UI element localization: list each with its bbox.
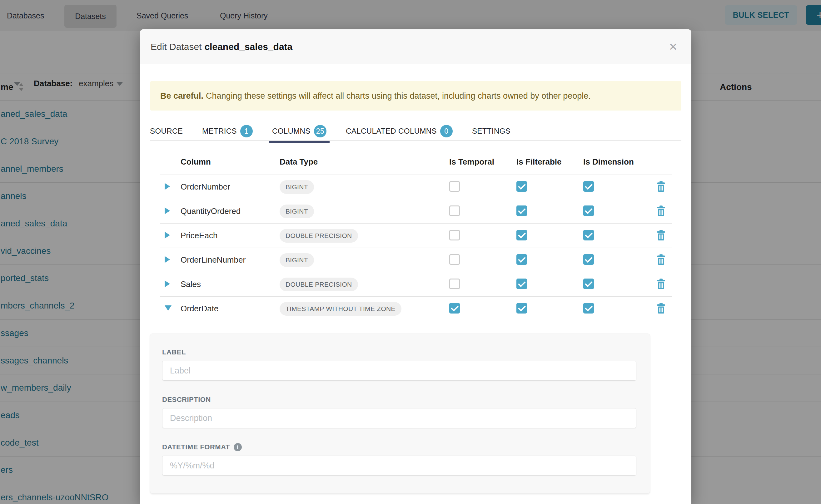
label-field-label: LABEL: [162, 348, 638, 356]
column-name: QuantityOrdered: [180, 206, 240, 216]
delete-column-icon[interactable]: [656, 303, 666, 315]
calculated-columns-count-badge: 0: [440, 125, 453, 137]
label-input[interactable]: [162, 361, 636, 381]
edit-dataset-modal: Edit Datasetcleaned_sales_data ✕ Be care…: [140, 29, 691, 504]
is-filterable-checkbox[interactable]: [517, 230, 527, 240]
is-dimension-checkbox[interactable]: [583, 303, 594, 314]
delete-column-icon[interactable]: [656, 181, 666, 193]
columns-count-badge: 25: [314, 125, 326, 137]
expand-caret-icon[interactable]: [165, 207, 170, 214]
column-row: OrderLineNumber BIGINT: [160, 248, 672, 272]
description-input[interactable]: [162, 408, 636, 428]
is-dimension-checkbox[interactable]: [583, 254, 594, 265]
datetime-format-input[interactable]: [162, 456, 636, 476]
expand-caret-icon[interactable]: [165, 305, 171, 311]
columns-table-header: Column Data Type Is Temporal Is Filterab…: [160, 141, 672, 175]
expand-caret-icon[interactable]: [165, 183, 170, 190]
header-is-dimension: Is Dimension: [583, 157, 652, 167]
delete-column-icon[interactable]: [656, 205, 666, 217]
header-column: Column: [180, 157, 279, 167]
expand-caret-icon[interactable]: [165, 280, 170, 287]
is-filterable-checkbox[interactable]: [517, 279, 527, 289]
modal-tabs: SOURCE METRICS1 COLUMNS25 CALCULATED COL…: [150, 125, 681, 141]
data-type-pill: BIGINT: [279, 253, 314, 267]
data-type-pill: DOUBLE PRECISION: [279, 229, 358, 243]
column-name: PriceEach: [180, 231, 218, 240]
is-filterable-checkbox[interactable]: [517, 205, 527, 216]
header-is-temporal: Is Temporal: [449, 157, 517, 167]
columns-table-body: OrderNumber BIGINT: [160, 175, 672, 321]
modal-title: Edit Datasetcleaned_sales_data: [151, 29, 292, 64]
column-name: OrderLineNumber: [180, 255, 245, 264]
column-row: QuantityOrdered BIGINT: [160, 199, 672, 224]
metrics-count-badge: 1: [240, 125, 253, 137]
data-type-pill: BIGINT: [279, 180, 314, 194]
data-type-pill: BIGINT: [279, 205, 314, 218]
modal-header: Edit Datasetcleaned_sales_data ✕: [140, 29, 691, 64]
tab-settings[interactable]: SETTINGS: [472, 125, 511, 140]
delete-column-icon[interactable]: [656, 230, 666, 242]
is-filterable-checkbox[interactable]: [517, 181, 527, 192]
is-filterable-checkbox[interactable]: [517, 254, 527, 265]
warning-text: Changing these settings will affect all …: [206, 91, 591, 101]
column-editor-panel: LABEL DESCRIPTION DATETIME FORMAT i: [150, 334, 650, 493]
column-name: Sales: [180, 279, 201, 289]
tab-metrics[interactable]: METRICS1: [202, 125, 253, 140]
info-icon[interactable]: i: [234, 443, 242, 451]
is-temporal-checkbox[interactable]: [449, 181, 460, 192]
delete-column-icon[interactable]: [656, 254, 666, 266]
is-temporal-checkbox[interactable]: [449, 254, 460, 265]
warning-bold: Be careful.: [160, 91, 203, 101]
header-data-type: Data Type: [279, 157, 449, 167]
is-dimension-checkbox[interactable]: [583, 230, 594, 240]
tab-calculated-columns[interactable]: CALCULATED COLUMNS0: [346, 125, 453, 140]
is-temporal-checkbox[interactable]: [449, 205, 460, 216]
description-field-label: DESCRIPTION: [162, 396, 638, 404]
close-icon[interactable]: ✕: [669, 29, 678, 64]
expand-caret-icon[interactable]: [165, 256, 170, 263]
column-row: PriceEach DOUBLE PRECISION: [160, 224, 672, 248]
warning-banner: Be careful.Changing these settings will …: [150, 81, 681, 111]
column-row: OrderNumber BIGINT: [160, 175, 672, 199]
column-name: OrderNumber: [180, 182, 230, 191]
is-filterable-checkbox[interactable]: [517, 303, 527, 314]
is-temporal-checkbox[interactable]: [449, 303, 460, 314]
is-dimension-checkbox[interactable]: [583, 205, 594, 216]
header-is-filterable: Is Filterable: [517, 157, 583, 167]
is-dimension-checkbox[interactable]: [583, 279, 594, 289]
expand-caret-icon[interactable]: [165, 232, 170, 239]
modal-title-dataset-name: cleaned_sales_data: [204, 42, 292, 52]
is-temporal-checkbox[interactable]: [449, 279, 460, 289]
is-dimension-checkbox[interactable]: [583, 181, 594, 192]
column-row: OrderDate TIMESTAMP WITHOUT TIME ZONE: [160, 297, 672, 321]
tab-source[interactable]: SOURCE: [150, 125, 183, 140]
delete-column-icon[interactable]: [656, 279, 666, 290]
column-row: Sales DOUBLE PRECISION: [160, 272, 672, 297]
datetime-format-field-label: DATETIME FORMAT i: [162, 443, 638, 451]
columns-table: Column Data Type Is Temporal Is Filterab…: [160, 141, 672, 321]
data-type-pill: DOUBLE PRECISION: [279, 278, 358, 291]
app-screen: Databases Datasets Saved Queries Query H…: [0, 0, 821, 504]
tab-columns[interactable]: COLUMNS25: [272, 125, 326, 140]
data-type-pill: TIMESTAMP WITHOUT TIME ZONE: [279, 302, 401, 316]
is-temporal-checkbox[interactable]: [449, 230, 460, 240]
column-name: OrderDate: [180, 304, 218, 313]
modal-title-prefix: Edit Dataset: [151, 42, 201, 52]
